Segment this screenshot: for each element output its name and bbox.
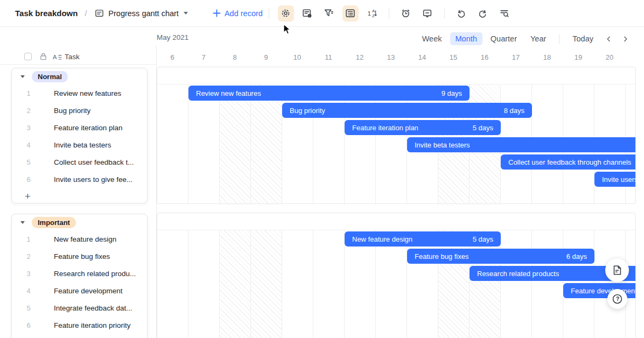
task-title[interactable]: Invite users to give fee... <box>54 175 132 184</box>
search-records-button[interactable] <box>496 5 513 22</box>
day-column <box>188 230 220 338</box>
chevron-left-icon[interactable] <box>601 32 615 46</box>
help-button[interactable]: ? <box>607 289 627 309</box>
mode-year[interactable]: Year <box>525 32 551 45</box>
filter-button[interactable] <box>321 5 337 22</box>
task-title[interactable]: Invite beta testers <box>54 141 111 149</box>
collapse-toggle-icon[interactable] <box>20 221 25 224</box>
gantt-bar-label: Invite beta testers <box>407 141 470 149</box>
day-column <box>157 230 188 338</box>
task-row[interactable]: 4Invite beta testers <box>12 136 147 153</box>
task-row[interactable]: 2Bug priority <box>12 102 147 119</box>
task-row[interactable]: 4Feature development <box>12 282 147 299</box>
row-number: 4 <box>20 141 37 149</box>
date-tick: 10 <box>282 52 313 64</box>
group-header-row[interactable]: Normal <box>12 68 147 84</box>
mode-month[interactable]: Month <box>450 32 482 45</box>
weekend-column <box>438 230 470 338</box>
task-title[interactable]: Review new features <box>54 89 121 97</box>
gantt-group-band: Review new features9 daysBug priority8 d… <box>157 67 636 204</box>
view-name-button[interactable]: Progress gantt chart <box>108 9 179 18</box>
toolbar-divider <box>269 8 269 19</box>
redo-icon <box>478 8 488 18</box>
gantt-bar[interactable]: Feature iteration plan5 days <box>345 120 501 135</box>
row-number: 5 <box>20 304 37 312</box>
task-row[interactable]: 1Review new features <box>12 84 147 102</box>
gantt-bar-label: Invite users to give feedback <box>594 175 635 184</box>
template-button[interactable] <box>605 258 629 282</box>
sort-button[interactable]: 1 A Z <box>364 5 380 22</box>
gantt-app-page: Task breakdown / Progress gantt chart Ad… <box>0 0 644 338</box>
settings-button[interactable] <box>278 5 294 22</box>
row-number: 2 <box>20 252 37 260</box>
task-row[interactable]: 3Feature iteration plan <box>12 119 147 136</box>
add-record-button[interactable]: Add record <box>213 9 263 18</box>
row-number: 6 <box>20 321 37 329</box>
left-header-divider <box>0 64 156 65</box>
group-header-row[interactable]: Important <box>12 214 147 230</box>
task-title[interactable]: Feature bug fixes <box>54 252 110 260</box>
gantt-bar[interactable]: Collect user feedback through channels <box>501 154 635 170</box>
task-column-header[interactable]: Task <box>65 53 80 61</box>
task-row[interactable]: 5Integrate feedback dat... <box>12 299 147 316</box>
comment-icon <box>422 8 432 18</box>
collapse-toggle-icon[interactable] <box>20 75 25 78</box>
task-row[interactable]: 1New feature design <box>12 230 147 248</box>
task-row[interactable]: 6Feature iteration priority <box>12 316 147 334</box>
gantt-bar[interactable]: Invite users to give feedback <box>594 172 635 187</box>
task-title[interactable]: Bug priority <box>54 107 90 115</box>
mode-quarter[interactable]: Quarter <box>485 32 522 45</box>
group-badge[interactable]: Important <box>32 217 76 228</box>
gantt-bar-duration: 9 days <box>442 89 470 97</box>
question-icon: ? <box>611 293 624 305</box>
task-title[interactable]: Feature iteration plan <box>54 124 123 132</box>
form-view-button[interactable] <box>299 5 316 22</box>
svg-text:1: 1 <box>368 10 371 17</box>
gantt-bar[interactable]: New feature design5 days <box>345 231 501 247</box>
date-tick: 16 <box>469 52 500 64</box>
gantt-bar-duration: 6 days <box>566 252 594 260</box>
task-row[interactable]: 3Research related produ... <box>12 265 147 282</box>
time-machine-button[interactable] <box>398 5 414 22</box>
task-title[interactable]: Research related produ... <box>54 270 136 278</box>
task-title[interactable]: New feature design <box>54 235 116 243</box>
select-all-checkbox[interactable] <box>24 53 32 60</box>
task-group-card: Normal1Review new features2Bug priority3… <box>11 68 148 203</box>
task-group-card: Important1New feature design2Feature bug… <box>11 214 148 338</box>
filter-icon <box>324 8 334 18</box>
add-row-button[interactable]: + <box>12 188 147 205</box>
weekend-column <box>220 84 251 205</box>
comments-button[interactable] <box>419 5 436 22</box>
list-view-icon <box>345 8 355 18</box>
redo-button[interactable] <box>475 5 491 22</box>
row-number: 5 <box>20 158 37 166</box>
task-row[interactable]: 2Feature bug fixes <box>12 248 147 265</box>
group-badge[interactable]: Normal <box>32 71 68 82</box>
plus-icon: + <box>25 192 31 201</box>
undo-button[interactable] <box>453 5 470 22</box>
date-tick: 14 <box>407 52 438 64</box>
task-row[interactable]: 6Invite users to give fee... <box>12 171 147 188</box>
today-button[interactable]: Today <box>567 32 599 45</box>
task-title[interactable]: Collect user feedback t... <box>54 158 134 166</box>
svg-text:?: ? <box>616 295 619 302</box>
task-row[interactable]: 5Collect user feedback t... <box>12 153 147 171</box>
mode-week[interactable]: Week <box>417 32 447 45</box>
gantt-view-icon <box>95 9 104 18</box>
task-title[interactable]: Feature iteration priority <box>54 321 131 329</box>
day-column <box>407 230 438 338</box>
task-title[interactable]: Integrate feedback dat... <box>54 304 132 312</box>
row-number: 1 <box>20 89 37 97</box>
weekend-column <box>251 230 282 338</box>
gantt-list-button[interactable] <box>342 5 359 22</box>
chevron-down-icon[interactable] <box>184 12 188 15</box>
day-column <box>188 84 220 205</box>
chevron-right-icon[interactable] <box>618 32 632 46</box>
gantt-bar[interactable]: Bug priority8 days <box>282 103 532 118</box>
gantt-bar[interactable]: Feature bug fixes6 days <box>407 249 594 264</box>
row-number: 3 <box>20 124 37 132</box>
gantt-bar[interactable]: Review new features9 days <box>188 86 470 101</box>
date-tick: 15 <box>438 52 469 64</box>
gantt-bar[interactable]: Invite beta testers <box>407 137 635 152</box>
task-title[interactable]: Feature development <box>54 287 123 295</box>
